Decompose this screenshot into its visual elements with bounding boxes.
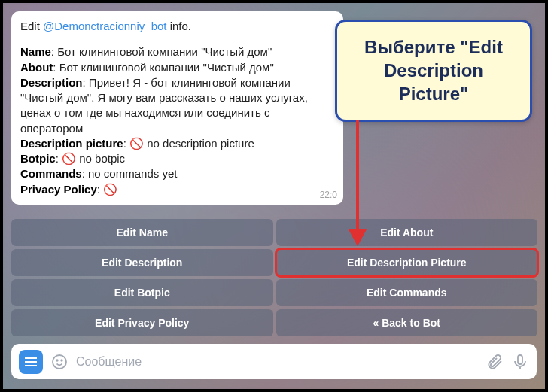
message-input-bar [11,344,537,379]
privacy-label: Privacy Policy [20,183,97,196]
emoji-icon[interactable] [50,353,68,371]
edit-name-button[interactable]: Edit Name [11,219,273,246]
svg-point-0 [53,355,66,369]
edit-botpic-button[interactable]: Edit Botpic [11,279,273,306]
mic-icon[interactable] [511,353,529,371]
back-to-bot-button[interactable]: « Back to Bot [276,309,538,336]
botpic-value: no botpic [76,152,125,165]
prohibit-icon: 🚫 [62,152,76,165]
commands-value: : no commands yet [82,167,178,180]
privacy-value: : [97,183,103,196]
bot-mention[interactable]: @Demonctracionniy_bot [43,20,166,32]
instruction-callout: Выберите "Edit Description Picture" [335,20,532,122]
name-label: Name [20,45,51,58]
edit-description-picture-button[interactable]: Edit Description Picture [276,249,538,276]
edit-about-button[interactable]: Edit About [276,219,538,246]
commands-label: Commands [20,167,82,180]
message-time: 22:0 [320,189,337,201]
menu-icon [25,361,37,363]
edit-commands-button[interactable]: Edit Commands [276,279,538,306]
prohibit-icon: 🚫 [103,183,117,196]
edit-description-button[interactable]: Edit Description [11,249,273,276]
attach-icon[interactable] [486,353,504,371]
bot-message: Edit @Demonctracionniy_bot info. Name: Б… [11,11,343,205]
description-label: Description [20,76,83,89]
svg-point-2 [61,360,62,361]
inline-keyboard: Edit Name Edit About Edit Description Ed… [11,219,537,336]
prohibit-icon: 🚫 [129,137,144,150]
descpic-label: Description picture [20,137,123,150]
about-label: About [20,61,53,74]
descpic-value: no description picture [144,137,254,150]
svg-point-1 [56,360,58,361]
name-value: : Бот клининговой компании "Чистый дом" [51,45,272,58]
message-input[interactable] [76,355,478,369]
edit-privacy-policy-button[interactable]: Edit Privacy Policy [11,309,273,336]
botpic-label: Botpic [20,152,56,165]
edit-suffix: info. [167,20,192,32]
about-value: : Бот клининговой компании "Чистый дом" [53,61,273,74]
edit-prefix: Edit [20,20,43,32]
menu-button[interactable] [19,350,43,374]
svg-rect-3 [518,355,522,364]
